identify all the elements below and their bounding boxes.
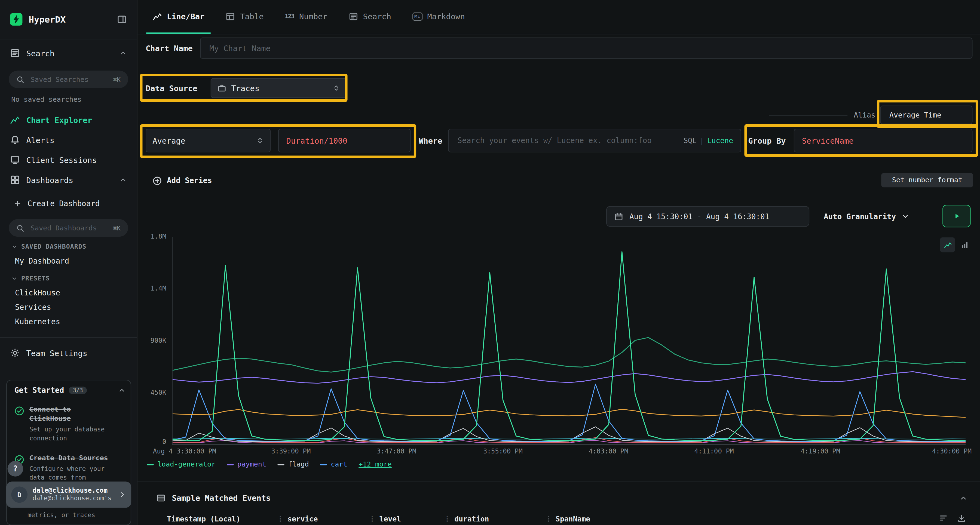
tab-table[interactable]: Table <box>220 0 270 34</box>
saved-dashboards-search[interactable]: ⌘K <box>9 219 128 237</box>
legend-dash <box>278 464 285 465</box>
list-icon <box>349 11 358 21</box>
divider <box>0 337 137 338</box>
app-root: HyperDX Search ⌘K No saved searches <box>0 0 980 525</box>
column-separator[interactable]: ⋮ <box>277 515 284 523</box>
column-header-duration[interactable]: duration <box>454 514 541 523</box>
legend-dash <box>227 464 234 465</box>
granularity-select[interactable]: Auto Granularity <box>824 206 909 227</box>
legend-item[interactable]: cart <box>320 460 347 468</box>
y-axis-tick: 0 <box>137 438 166 445</box>
x-axis-label: 3:39:00 PM <box>271 447 310 455</box>
saved-dashboards-header[interactable]: SAVED DASHBOARDS <box>11 243 86 250</box>
sidebar-item-dashboards[interactable]: Dashboards <box>0 172 137 188</box>
tab-search[interactable]: Search <box>342 0 398 34</box>
client-sessions-label: Client Sessions <box>26 155 97 165</box>
collapse-section-icon[interactable] <box>959 494 967 502</box>
column-header-timestamp[interactable]: Timestamp (Local) <box>167 514 273 523</box>
preset-item-kubernetes[interactable]: Kubernetes <box>15 317 60 326</box>
sidebar: HyperDX Search ⌘K No saved searches <box>0 0 137 525</box>
legend-item[interactable]: load-generator <box>147 460 216 468</box>
calendar-icon <box>614 212 623 220</box>
events-table-header: Timestamp (Local) ⋮ service ⋮ level ⋮ du… <box>137 512 924 525</box>
events-table-actions <box>939 513 966 523</box>
main-panel: Line/Bar Table 123 Number Search M↓ Mark… <box>137 0 980 525</box>
legend-item[interactable]: flagd <box>278 460 309 468</box>
where-search-input[interactable] <box>456 135 679 146</box>
brand-name: HyperDX <box>29 14 65 24</box>
saved-dashboards-input[interactable] <box>29 223 108 233</box>
set-number-format-button[interactable]: Set number format <box>881 173 973 187</box>
saved-searches-search[interactable]: ⌘K <box>9 70 128 88</box>
tab-label: Search <box>363 11 391 21</box>
column-separator[interactable]: ⋮ <box>545 515 552 523</box>
sql-toggle[interactable]: SQL <box>684 136 697 145</box>
chart-name-input[interactable] <box>208 43 964 53</box>
create-dashboard-label: Create Dashboard <box>27 199 100 208</box>
group-by-label: Group By <box>748 128 786 152</box>
tab-markdown[interactable]: M↓ Markdown <box>406 0 471 34</box>
column-settings-icon[interactable] <box>939 513 948 523</box>
tab-label: Number <box>299 11 328 21</box>
hyperdx-logo-icon <box>10 13 22 25</box>
legend-more-link[interactable]: +12 more <box>358 460 392 468</box>
legend-label: flagd <box>288 460 309 468</box>
download-icon[interactable] <box>957 513 966 523</box>
get-started-badge: 3/3 <box>69 387 87 394</box>
sidebar-section-search[interactable]: Search <box>0 45 137 61</box>
collapse-sidebar-icon[interactable] <box>117 14 127 24</box>
x-axis-label: 3:55:00 PM <box>483 447 523 455</box>
column-header-spanname[interactable]: SpanName <box>555 514 924 523</box>
get-started-item[interactable]: Connect to ClickHouse Set up your databa… <box>14 405 126 443</box>
date-range-picker[interactable]: Aug 4 15:30:01 - Aug 4 16:30:01 <box>606 206 809 227</box>
get-started-item[interactable]: Create Data Sources Configure where your… <box>14 454 126 482</box>
divider <box>0 39 137 39</box>
column-header-level[interactable]: level <box>379 514 440 523</box>
get-started-header[interactable]: Get Started 3/3 <box>14 386 126 395</box>
x-axis-label: 4:11:00 PM <box>694 447 733 455</box>
tab-number[interactable]: 123 Number <box>279 0 334 34</box>
sidebar-item-alerts[interactable]: Alerts <box>0 132 137 148</box>
lucene-toggle[interactable]: Lucene <box>707 136 733 145</box>
chevron-down-icon <box>901 213 909 220</box>
chevron-up-icon <box>119 49 127 57</box>
x-axis-label: Aug 4 3:30:00 PM <box>153 447 216 455</box>
aggregation-field-input[interactable]: Duration/1000 <box>278 128 411 152</box>
tab-line-bar[interactable]: Line/Bar <box>146 0 211 34</box>
field-expression: Duration/1000 <box>286 136 348 145</box>
x-axis-label: 4:30:00 PM <box>932 447 972 455</box>
help-button[interactable]: ? <box>8 461 23 476</box>
alias-field <box>880 106 973 124</box>
data-source-select[interactable]: Traces <box>211 78 347 98</box>
column-header-service[interactable]: service <box>288 514 365 523</box>
x-axis-label: 3:47:00 PM <box>377 447 416 455</box>
user-email: dale@clickhouse.com <box>32 487 113 495</box>
dashboard-item-my-dashboard[interactable]: My Dashboard <box>15 257 69 265</box>
create-dashboard-button[interactable]: Create Dashboard <box>0 195 137 212</box>
preset-item-services[interactable]: Services <box>15 303 51 312</box>
run-query-button[interactable] <box>942 205 970 227</box>
legend-label: cart <box>331 460 347 468</box>
column-separator[interactable]: ⋮ <box>369 515 375 523</box>
sample-events-title: Sample Matched Events <box>172 493 270 503</box>
chart-line-icon <box>10 115 20 125</box>
dashboards-icon <box>10 175 20 185</box>
sidebar-item-client-sessions[interactable]: Client Sessions <box>0 152 137 168</box>
chart-plot-area[interactable] <box>172 237 966 445</box>
sidebar-item-team-settings[interactable]: Team Settings <box>0 345 137 361</box>
data-source-value: Traces <box>231 84 259 93</box>
legend-item[interactable]: payment <box>227 460 266 468</box>
saved-searches-input[interactable] <box>29 75 108 84</box>
preset-item-clickhouse[interactable]: ClickHouse <box>15 289 60 297</box>
user-menu[interactable]: D dale@clickhouse.com dale@clickhouse.co… <box>6 482 131 508</box>
group-by-input[interactable]: ServiceName <box>794 128 973 152</box>
briefcase-icon <box>218 84 226 92</box>
add-series-button[interactable]: Add Series <box>153 173 212 188</box>
sidebar-item-chart-explorer[interactable]: Chart Explorer <box>0 112 137 128</box>
chevron-updown-icon <box>256 137 264 144</box>
column-separator[interactable]: ⋮ <box>444 515 450 523</box>
alias-input[interactable] <box>888 110 964 120</box>
aggregation-select[interactable]: Average <box>146 128 270 152</box>
presets-header[interactable]: PRESETS <box>11 275 50 282</box>
play-icon <box>952 212 961 220</box>
